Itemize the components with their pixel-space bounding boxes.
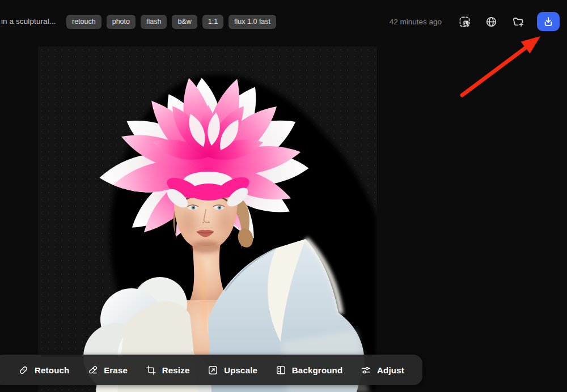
publish-button[interactable] xyxy=(483,13,500,30)
edit-toolbar: Retouch Erase Resize Upscale Bac xyxy=(0,355,422,385)
tag-photo[interactable]: photo xyxy=(107,15,136,29)
eraser-icon xyxy=(87,365,98,376)
resize-button[interactable]: Resize xyxy=(145,361,191,379)
tag-bw[interactable]: b&w xyxy=(172,15,197,29)
tag-flash[interactable]: flash xyxy=(141,15,167,29)
erase-label: Erase xyxy=(104,365,128,375)
download-button[interactable] xyxy=(537,12,560,31)
editor-canvas xyxy=(38,46,377,392)
upscale-button[interactable]: Upscale xyxy=(206,361,259,379)
crop-icon xyxy=(146,365,156,376)
adjust-label: Adjust xyxy=(377,365,404,375)
generated-image[interactable] xyxy=(38,46,377,392)
adjust-button[interactable]: Adjust xyxy=(359,361,405,379)
timestamp: 42 minutes ago xyxy=(390,18,442,26)
annotation-arrow xyxy=(454,33,567,104)
upscale-icon xyxy=(208,365,218,376)
retouch-button[interactable]: Retouch xyxy=(17,361,70,379)
use-as-reference-button[interactable] xyxy=(456,13,473,30)
download-icon xyxy=(543,16,554,27)
background-label: Background xyxy=(292,365,343,375)
erase-button[interactable]: Erase xyxy=(86,361,129,379)
tag-list: retouch photo flash b&w 1:1 flux 1.0 fas… xyxy=(66,15,276,29)
bandage-icon xyxy=(18,365,29,376)
header-actions: 42 minutes ago xyxy=(390,11,560,32)
retouch-label: Retouch xyxy=(35,365,69,375)
tag-ratio[interactable]: 1:1 xyxy=(202,15,223,29)
tag-retouch[interactable]: retouch xyxy=(66,15,101,29)
add-to-folder-icon xyxy=(512,16,524,28)
prompt-title: in a sculptural... xyxy=(1,17,56,25)
use-as-reference-icon xyxy=(459,16,471,28)
add-to-folder-button[interactable] xyxy=(509,13,526,30)
globe-icon xyxy=(485,16,497,28)
upscale-label: Upscale xyxy=(224,365,257,375)
background-icon xyxy=(276,365,286,376)
tag-model[interactable]: flux 1.0 fast xyxy=(229,15,276,29)
sliders-icon xyxy=(361,365,371,376)
resize-label: Resize xyxy=(162,365,190,375)
background-button[interactable]: Background xyxy=(274,361,344,379)
